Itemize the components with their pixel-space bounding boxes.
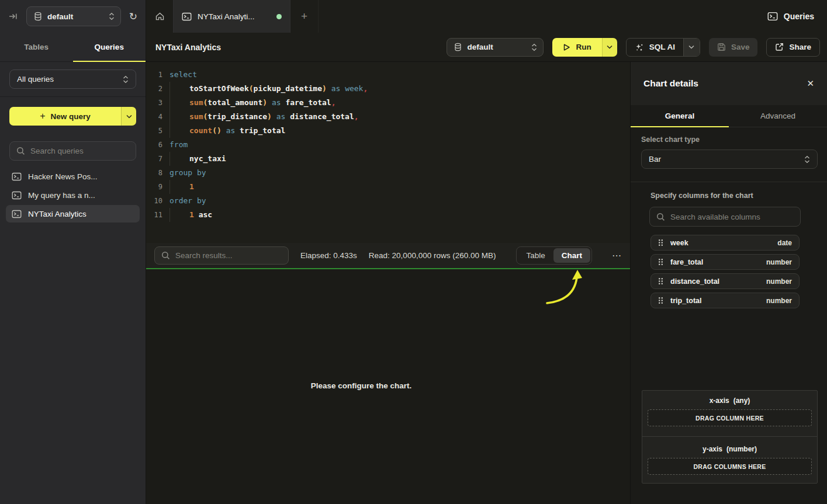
editor-line: 4sum(trip_distance) as distance_total, xyxy=(146,110,630,124)
x-axis-label: x-axis xyxy=(710,397,729,405)
chevron-updown-icon xyxy=(531,43,537,51)
query-terminal-icon xyxy=(12,191,22,200)
header-database-select[interactable]: default xyxy=(447,38,544,57)
panel-title: Chart details xyxy=(643,78,807,89)
columns-section-label: Specify columns for the chart xyxy=(650,192,800,200)
chevron-updown-icon xyxy=(804,155,810,164)
columns-search-input[interactable]: Search available columns xyxy=(649,207,801,227)
y-axis-section: y-axis (number) DRAG COLUMNS HERE xyxy=(642,445,817,475)
save-button[interactable]: Save xyxy=(709,38,758,57)
query-filter-value: All queries xyxy=(17,75,123,84)
tab-strip: NYTaxi Analyti... + Queries xyxy=(146,0,827,33)
search-queries-input[interactable]: Search queries xyxy=(9,141,136,161)
column-type: number xyxy=(766,297,792,305)
run-dropdown[interactable] xyxy=(602,38,617,57)
chevron-updown-icon xyxy=(123,75,129,84)
tab-title: NYTaxi Analyti... xyxy=(198,12,271,21)
query-item-label: Hacker News Pos... xyxy=(28,172,98,181)
editor-line: 8group by xyxy=(146,166,630,180)
query-item-label: My query has a n... xyxy=(28,191,95,200)
panel-tab-general[interactable]: General xyxy=(631,105,729,127)
rows-read: Read: 20,000,000 rows (260.00 MB) xyxy=(369,251,496,260)
save-label: Save xyxy=(731,43,750,51)
search-icon xyxy=(16,147,25,155)
tab-nytaxi-analytics[interactable]: NYTaxi Analyti... xyxy=(174,0,290,33)
column-chip-fare_total[interactable]: fare_totalnumber xyxy=(650,254,800,270)
code-text: sum(total_amount) as fare_total, xyxy=(169,96,335,110)
column-chip-trip_total[interactable]: trip_totalnumber xyxy=(650,293,800,308)
search-queries-placeholder: Search queries xyxy=(30,147,84,155)
line-number: 2 xyxy=(146,82,162,96)
run-button[interactable]: Run xyxy=(552,38,617,57)
chart-details-panel: Chart details ✕ General Advanced Select … xyxy=(630,62,827,504)
query-list-item[interactable]: My query has a n... xyxy=(6,186,140,204)
query-list-item[interactable]: Hacker News Pos... xyxy=(6,168,140,185)
query-terminal-icon xyxy=(182,12,192,21)
drag-grip-icon[interactable] xyxy=(658,277,663,285)
drag-grip-icon[interactable] xyxy=(658,297,663,304)
collapse-sidebar-icon[interactable] xyxy=(8,12,18,21)
line-number: 5 xyxy=(146,124,162,138)
sql-editor[interactable]: 1select2toStartOfWeek(pickup_datetime) a… xyxy=(146,62,630,243)
query-filter-select[interactable]: All queries xyxy=(9,69,136,89)
editor-line: 2toStartOfWeek(pickup_datetime) as week, xyxy=(146,82,630,96)
search-results-input[interactable]: Search results... xyxy=(154,246,289,265)
column-list: weekdatefare_totalnumberdistance_totalnu… xyxy=(650,235,800,308)
y-axis-constraint: (number) xyxy=(726,445,757,453)
line-number: 6 xyxy=(146,138,162,152)
line-number: 1 xyxy=(146,68,162,82)
more-options-icon[interactable]: ⋯ xyxy=(612,250,622,261)
column-chip-week[interactable]: weekdate xyxy=(650,235,800,251)
columns-section: Specify columns for the chart Search ava… xyxy=(650,192,800,312)
new-tab-button[interactable]: + xyxy=(290,0,319,33)
line-number: 11 xyxy=(146,208,162,222)
queries-topbar-button[interactable]: Queries xyxy=(755,0,827,33)
editor-line: 3sum(total_amount) as fare_total, xyxy=(146,96,630,110)
sidebar: Tables Queries All queries + New query xyxy=(0,33,146,504)
drag-grip-icon[interactable] xyxy=(658,258,663,266)
sql-ai-main[interactable]: SQL AI xyxy=(627,39,683,56)
plus-icon: + xyxy=(40,111,45,121)
sparkle-icon xyxy=(635,43,644,52)
refresh-icon[interactable]: ↻ xyxy=(129,12,137,22)
column-type: number xyxy=(766,277,792,286)
code-text: count() as trip_total xyxy=(169,124,285,138)
drag-grip-icon[interactable] xyxy=(658,239,663,246)
chart-type-select[interactable]: Bar xyxy=(641,150,818,169)
new-query-main[interactable]: + New query xyxy=(9,107,121,126)
y-axis-drop-zone[interactable]: DRAG COLUMNS HERE xyxy=(648,458,812,475)
x-axis-drop-zone[interactable]: DRAG COLUMN HERE xyxy=(648,409,812,426)
line-number: 7 xyxy=(146,152,162,166)
editor-line: 10order by xyxy=(146,194,630,208)
run-button-main[interactable]: Run xyxy=(552,38,601,57)
share-button[interactable]: Share xyxy=(766,38,820,57)
share-icon xyxy=(775,43,784,51)
topbar-database-select[interactable]: default xyxy=(26,6,121,26)
chart-view-button[interactable]: Chart xyxy=(553,248,590,263)
columns-search-placeholder: Search available columns xyxy=(670,213,760,221)
chart-type-value: Bar xyxy=(649,155,804,164)
queries-button-label: Queries xyxy=(784,12,814,21)
new-query-button[interactable]: + New query xyxy=(9,107,136,126)
database-icon xyxy=(34,12,42,21)
share-label: Share xyxy=(789,43,811,51)
database-icon xyxy=(454,43,462,51)
main-header: NYTaxi Analytics default xyxy=(146,33,827,62)
table-view-button[interactable]: Table xyxy=(518,248,553,263)
query-list-item[interactable]: NYTaxi Analytics xyxy=(6,205,140,223)
close-icon[interactable]: ✕ xyxy=(807,78,814,89)
sql-ai-dropdown[interactable] xyxy=(683,39,700,56)
sql-ai-button[interactable]: SQL AI xyxy=(626,38,700,57)
sidebar-tab-queries[interactable]: Queries xyxy=(73,33,146,61)
search-icon xyxy=(656,213,665,221)
new-query-label: New query xyxy=(51,112,91,121)
chart-placeholder-message: Please configure the chart. xyxy=(146,381,576,390)
annotation-arrow xyxy=(532,269,602,316)
column-chip-distance_total[interactable]: distance_totalnumber xyxy=(650,273,800,289)
home-tab[interactable] xyxy=(146,0,174,33)
page-title: NYTaxi Analytics xyxy=(155,43,221,52)
sidebar-tab-tables[interactable]: Tables xyxy=(0,33,73,61)
panel-tab-advanced[interactable]: Advanced xyxy=(729,105,827,127)
chevron-updown-icon xyxy=(109,12,115,20)
new-query-dropdown[interactable] xyxy=(121,107,136,126)
